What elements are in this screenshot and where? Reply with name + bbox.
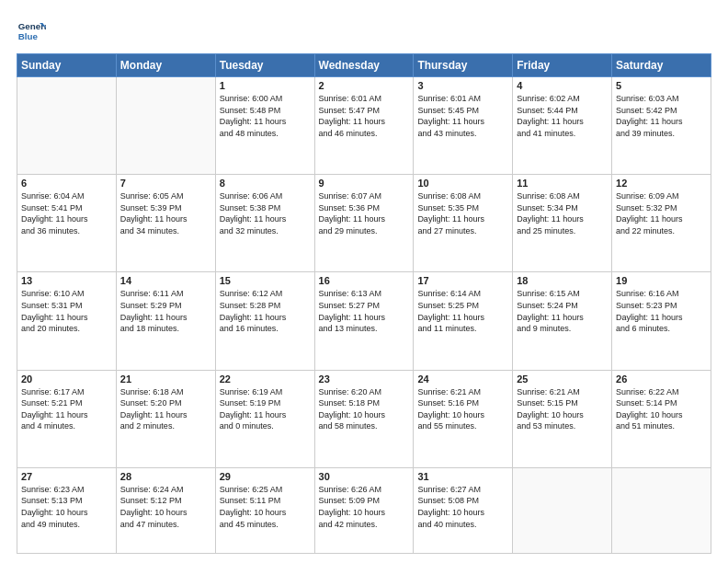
col-header-monday: Monday — [116, 54, 215, 77]
day-info: Sunrise: 6:01 AM Sunset: 5:47 PM Dayligh… — [319, 93, 410, 139]
day-info: Sunrise: 6:17 AM Sunset: 5:21 PM Dayligh… — [21, 386, 112, 432]
day-info: Sunrise: 6:08 AM Sunset: 5:35 PM Dayligh… — [417, 190, 508, 236]
day-number: 31 — [417, 471, 508, 482]
day-info: Sunrise: 6:07 AM Sunset: 5:36 PM Dayligh… — [319, 190, 410, 236]
calendar-cell: 17Sunrise: 6:14 AM Sunset: 5:25 PM Dayli… — [414, 272, 513, 370]
calendar-cell: 8Sunrise: 6:06 AM Sunset: 5:38 PM Daylig… — [215, 175, 314, 272]
logo: General Blue — [17, 17, 46, 46]
calendar-cell: 16Sunrise: 6:13 AM Sunset: 5:27 PM Dayli… — [314, 272, 414, 370]
day-number: 17 — [417, 275, 508, 286]
calendar-cell: 5Sunrise: 6:03 AM Sunset: 5:42 PM Daylig… — [612, 77, 711, 175]
day-info: Sunrise: 6:22 AM Sunset: 5:14 PM Dayligh… — [616, 386, 707, 432]
calendar-cell: 30Sunrise: 6:26 AM Sunset: 5:09 PM Dayli… — [314, 467, 414, 553]
calendar-cell: 26Sunrise: 6:22 AM Sunset: 5:14 PM Dayli… — [612, 370, 711, 467]
col-header-sunday: Sunday — [17, 54, 117, 77]
calendar-cell: 13Sunrise: 6:10 AM Sunset: 5:31 PM Dayli… — [17, 272, 117, 370]
day-info: Sunrise: 6:12 AM Sunset: 5:28 PM Dayligh… — [220, 288, 311, 334]
day-info: Sunrise: 6:01 AM Sunset: 5:45 PM Dayligh… — [417, 93, 508, 139]
day-info: Sunrise: 6:18 AM Sunset: 5:20 PM Dayligh… — [120, 386, 211, 432]
day-number: 3 — [417, 80, 508, 91]
calendar-cell: 29Sunrise: 6:25 AM Sunset: 5:11 PM Dayli… — [215, 467, 314, 553]
day-number: 26 — [616, 373, 707, 385]
calendar-cell: 12Sunrise: 6:09 AM Sunset: 5:32 PM Dayli… — [612, 175, 711, 272]
day-info: Sunrise: 6:13 AM Sunset: 5:27 PM Dayligh… — [319, 288, 410, 334]
calendar-cell: 1Sunrise: 6:00 AM Sunset: 5:48 PM Daylig… — [215, 77, 314, 175]
day-info: Sunrise: 6:06 AM Sunset: 5:38 PM Dayligh… — [220, 190, 311, 236]
calendar-cell: 21Sunrise: 6:18 AM Sunset: 5:20 PM Dayli… — [116, 370, 215, 467]
calendar-cell: 19Sunrise: 6:16 AM Sunset: 5:23 PM Dayli… — [612, 272, 711, 370]
col-header-thursday: Thursday — [414, 54, 513, 77]
day-number: 22 — [220, 373, 311, 385]
day-info: Sunrise: 6:19 AM Sunset: 5:19 PM Dayligh… — [220, 386, 311, 432]
calendar-cell: 10Sunrise: 6:08 AM Sunset: 5:35 PM Dayli… — [414, 175, 513, 272]
day-info: Sunrise: 6:26 AM Sunset: 5:09 PM Dayligh… — [319, 484, 410, 530]
day-number: 23 — [319, 373, 410, 385]
calendar-cell — [17, 77, 117, 175]
day-number: 8 — [220, 178, 311, 189]
week-row-2: 13Sunrise: 6:10 AM Sunset: 5:31 PM Dayli… — [17, 272, 711, 370]
week-row-3: 20Sunrise: 6:17 AM Sunset: 5:21 PM Dayli… — [17, 370, 711, 467]
day-info: Sunrise: 6:21 AM Sunset: 5:16 PM Dayligh… — [417, 386, 508, 432]
calendar-cell: 31Sunrise: 6:27 AM Sunset: 5:08 PM Dayli… — [414, 467, 513, 553]
calendar-cell: 27Sunrise: 6:23 AM Sunset: 5:13 PM Dayli… — [17, 467, 117, 553]
col-header-wednesday: Wednesday — [314, 54, 414, 77]
svg-text:Blue: Blue — [18, 31, 39, 41]
week-row-4: 27Sunrise: 6:23 AM Sunset: 5:13 PM Dayli… — [17, 467, 711, 553]
day-number: 1 — [220, 80, 311, 91]
day-number: 12 — [616, 178, 707, 189]
calendar-cell: 20Sunrise: 6:17 AM Sunset: 5:21 PM Dayli… — [17, 370, 117, 467]
day-info: Sunrise: 6:24 AM Sunset: 5:12 PM Dayligh… — [120, 484, 211, 530]
day-number: 29 — [220, 471, 311, 482]
calendar-cell: 6Sunrise: 6:04 AM Sunset: 5:41 PM Daylig… — [17, 175, 117, 272]
day-number: 24 — [417, 373, 508, 385]
day-number: 2 — [319, 80, 410, 91]
calendar-cell: 23Sunrise: 6:20 AM Sunset: 5:18 PM Dayli… — [314, 370, 414, 467]
day-info: Sunrise: 6:02 AM Sunset: 5:44 PM Dayligh… — [517, 93, 608, 139]
header: General Blue — [17, 17, 711, 46]
calendar-cell: 22Sunrise: 6:19 AM Sunset: 5:19 PM Dayli… — [215, 370, 314, 467]
calendar-cell: 7Sunrise: 6:05 AM Sunset: 5:39 PM Daylig… — [116, 175, 215, 272]
day-info: Sunrise: 6:09 AM Sunset: 5:32 PM Dayligh… — [616, 190, 707, 236]
day-info: Sunrise: 6:10 AM Sunset: 5:31 PM Dayligh… — [21, 288, 112, 334]
day-info: Sunrise: 6:21 AM Sunset: 5:15 PM Dayligh… — [517, 386, 608, 432]
day-number: 25 — [517, 373, 608, 385]
calendar-cell: 3Sunrise: 6:01 AM Sunset: 5:45 PM Daylig… — [414, 77, 513, 175]
calendar-cell: 4Sunrise: 6:02 AM Sunset: 5:44 PM Daylig… — [513, 77, 612, 175]
day-number: 11 — [517, 178, 608, 189]
day-info: Sunrise: 6:04 AM Sunset: 5:41 PM Dayligh… — [21, 190, 112, 236]
day-number: 14 — [120, 275, 211, 286]
day-info: Sunrise: 6:08 AM Sunset: 5:34 PM Dayligh… — [517, 190, 608, 236]
calendar-cell: 2Sunrise: 6:01 AM Sunset: 5:47 PM Daylig… — [314, 77, 414, 175]
calendar-cell: 24Sunrise: 6:21 AM Sunset: 5:16 PM Dayli… — [414, 370, 513, 467]
day-number: 5 — [616, 80, 707, 91]
day-number: 13 — [21, 275, 112, 286]
week-row-1: 6Sunrise: 6:04 AM Sunset: 5:41 PM Daylig… — [17, 175, 711, 272]
calendar-cell: 9Sunrise: 6:07 AM Sunset: 5:36 PM Daylig… — [314, 175, 414, 272]
day-info: Sunrise: 6:15 AM Sunset: 5:24 PM Dayligh… — [517, 288, 608, 334]
calendar-table: SundayMondayTuesdayWednesdayThursdayFrid… — [17, 53, 711, 554]
logo-icon: General Blue — [17, 17, 46, 46]
calendar-cell — [116, 77, 215, 175]
day-number: 28 — [120, 471, 211, 482]
day-info: Sunrise: 6:05 AM Sunset: 5:39 PM Dayligh… — [120, 190, 211, 236]
calendar-cell: 14Sunrise: 6:11 AM Sunset: 5:29 PM Dayli… — [116, 272, 215, 370]
day-info: Sunrise: 6:25 AM Sunset: 5:11 PM Dayligh… — [220, 484, 311, 530]
day-number: 18 — [517, 275, 608, 286]
calendar-cell — [612, 467, 711, 553]
col-header-saturday: Saturday — [612, 54, 711, 77]
day-number: 4 — [517, 80, 608, 91]
day-number: 6 — [21, 178, 112, 189]
day-number: 27 — [21, 471, 112, 482]
day-number: 19 — [616, 275, 707, 286]
week-row-0: 1Sunrise: 6:00 AM Sunset: 5:48 PM Daylig… — [17, 77, 711, 175]
col-header-tuesday: Tuesday — [215, 54, 314, 77]
calendar-cell: 11Sunrise: 6:08 AM Sunset: 5:34 PM Dayli… — [513, 175, 612, 272]
day-number: 20 — [21, 373, 112, 385]
calendar-header-row: SundayMondayTuesdayWednesdayThursdayFrid… — [17, 54, 711, 77]
svg-text:General: General — [18, 21, 46, 31]
calendar-cell: 15Sunrise: 6:12 AM Sunset: 5:28 PM Dayli… — [215, 272, 314, 370]
day-info: Sunrise: 6:27 AM Sunset: 5:08 PM Dayligh… — [417, 484, 508, 530]
day-number: 7 — [120, 178, 211, 189]
day-number: 15 — [220, 275, 311, 286]
day-info: Sunrise: 6:14 AM Sunset: 5:25 PM Dayligh… — [417, 288, 508, 334]
